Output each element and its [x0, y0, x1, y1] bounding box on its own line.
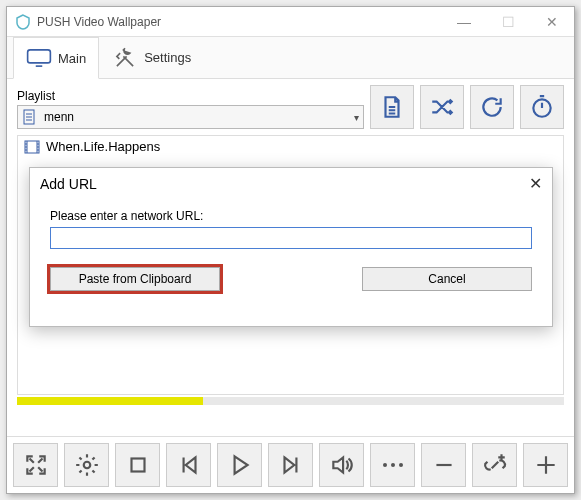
- svg-point-4: [83, 462, 90, 469]
- app-window: PUSH Video Wallpaper — ☐ ✕ Main Settings…: [6, 6, 575, 494]
- prev-button[interactable]: [166, 443, 211, 487]
- svg-rect-0: [28, 50, 51, 63]
- more-icon: [383, 463, 403, 467]
- maximize-button[interactable]: ☐: [486, 8, 530, 36]
- play-button[interactable]: [217, 443, 262, 487]
- url-input[interactable]: [50, 227, 532, 249]
- timer-button[interactable]: [520, 85, 564, 129]
- cancel-button[interactable]: Cancel: [362, 267, 532, 291]
- timer-icon: [529, 94, 555, 120]
- chevron-down-icon: ▾: [354, 112, 359, 123]
- shuffle-icon: [429, 94, 455, 120]
- window-buttons: — ☐ ✕: [442, 8, 574, 36]
- dialog-close-button[interactable]: ✕: [529, 174, 542, 193]
- dialog-prompt: Please enter a network URL:: [50, 209, 532, 223]
- minus-icon: [431, 452, 457, 478]
- shuffle-button[interactable]: [420, 85, 464, 129]
- loop-button[interactable]: [470, 85, 514, 129]
- volume-icon: [329, 452, 355, 478]
- volume-button[interactable]: [319, 443, 364, 487]
- next-icon: [278, 452, 304, 478]
- tab-main-label: Main: [58, 51, 86, 66]
- close-button[interactable]: ✕: [530, 8, 574, 36]
- dialog-title: Add URL: [40, 176, 529, 192]
- tools-icon: [112, 45, 138, 71]
- more-button[interactable]: [370, 443, 415, 487]
- gear-icon: [74, 452, 100, 478]
- progress-bar[interactable]: [17, 397, 564, 405]
- stop-button[interactable]: [115, 443, 160, 487]
- playlist-file-icon: [22, 109, 38, 125]
- plus-icon: [533, 452, 559, 478]
- list-item-label: When.Life.Happens: [46, 139, 160, 154]
- prev-icon: [176, 452, 202, 478]
- play-icon: [227, 452, 253, 478]
- tab-settings-label: Settings: [144, 50, 191, 65]
- tab-settings[interactable]: Settings: [99, 37, 204, 78]
- link-plus-icon: [482, 452, 508, 478]
- document-icon: [379, 94, 405, 120]
- app-icon: [15, 14, 31, 30]
- paste-from-clipboard-button[interactable]: Paste from Clipboard: [50, 267, 220, 291]
- expand-icon: [23, 452, 49, 478]
- svg-rect-5: [131, 459, 144, 472]
- tab-main[interactable]: Main: [13, 37, 99, 79]
- app-title: PUSH Video Wallpaper: [37, 15, 442, 29]
- progress-fill: [17, 397, 203, 405]
- titlebar: PUSH Video Wallpaper — ☐ ✕: [7, 7, 574, 37]
- footer-toolbar: [7, 436, 574, 493]
- next-button[interactable]: [268, 443, 313, 487]
- loop-icon: [479, 94, 505, 120]
- film-icon: [24, 140, 40, 154]
- add-link-button[interactable]: [472, 443, 517, 487]
- add-url-dialog: Add URL ✕ Please enter a network URL: Pa…: [29, 167, 553, 327]
- fullscreen-button[interactable]: [13, 443, 58, 487]
- playlist-select[interactable]: menn ▾: [17, 105, 364, 129]
- dialog-header: Add URL ✕: [30, 168, 552, 199]
- document-button[interactable]: [370, 85, 414, 129]
- playlist-selected: menn: [44, 110, 354, 124]
- tab-bar: Main Settings: [7, 37, 574, 79]
- minimize-button[interactable]: —: [442, 8, 486, 36]
- add-button[interactable]: [523, 443, 568, 487]
- playlist-label: Playlist: [17, 89, 364, 103]
- stop-icon: [125, 452, 151, 478]
- playlist-toolbar: Playlist menn ▾: [17, 85, 564, 129]
- list-item[interactable]: When.Life.Happens: [18, 136, 563, 157]
- settings-button[interactable]: [64, 443, 109, 487]
- remove-button[interactable]: [421, 443, 466, 487]
- monitor-icon: [26, 45, 52, 71]
